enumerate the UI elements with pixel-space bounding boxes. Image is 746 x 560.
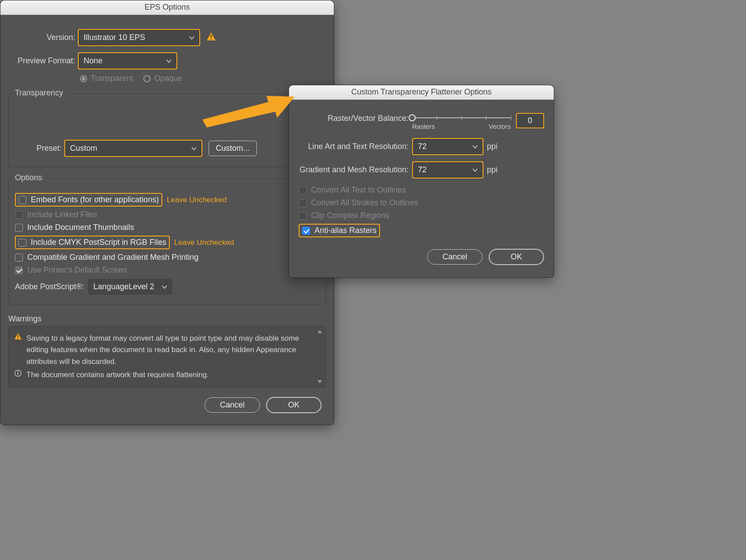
eps-title: EPS Options [144, 3, 190, 11]
opaque-radio: Opaque [143, 74, 182, 83]
eps-ok-button[interactable]: OK [266, 397, 322, 413]
cmyk-label: Include CMYK PostScript in RGB Files [31, 238, 166, 247]
mesh-label: Gradient and Mesh Resolution: [299, 165, 412, 175]
mesh-highlight: 72 [412, 161, 483, 178]
flattener-dialog: Custom Transparency Flattener Options Ra… [289, 85, 554, 278]
transparent-radio: Transparent [80, 74, 133, 83]
postscript-select[interactable]: LanguageLevel 2 [88, 279, 172, 295]
preview-format-select[interactable]: None [79, 53, 176, 69]
convert-strokes-checkbox [299, 199, 307, 207]
info-icon [14, 369, 22, 377]
balance-value-input[interactable]: 0 [517, 114, 543, 127]
flattener-cancel-button[interactable]: Cancel [427, 249, 483, 265]
svg-rect-0 [211, 35, 212, 38]
linked-files-checkbox [15, 211, 23, 219]
preview-select-highlight: None [78, 52, 177, 69]
compat-gradient-checkbox[interactable] [15, 254, 23, 262]
antialias-highlight: Anti-alias Rasters [299, 224, 380, 237]
eps-options-dialog: EPS Options Version: Illustrator 10 EPS … [0, 0, 334, 425]
lineart-unit: ppi [483, 142, 497, 151]
lineart-select[interactable]: 72 [413, 139, 483, 154]
flattener-ok-button[interactable]: OK [489, 249, 544, 265]
embed-fonts-highlight: Embed Fonts (for other applications) [15, 193, 162, 207]
svg-rect-3 [18, 338, 18, 339]
chevron-down-icon [191, 146, 197, 151]
doc-thumbnails-checkbox[interactable] [15, 224, 23, 232]
ok-label: OK [288, 400, 300, 410]
linked-files-label: Include Linked Files [27, 210, 97, 219]
radio-icon [143, 75, 150, 82]
balance-label: Raster/Vector Balance: [299, 113, 412, 123]
preset-select[interactable]: Custom [65, 141, 201, 156]
cmyk-annotation: Leave Unchecked [174, 238, 234, 247]
warnings-section: Warnings Saving to a legacy format may c… [8, 314, 326, 387]
svg-rect-6 [18, 371, 18, 372]
radio-icon [80, 75, 87, 82]
warnings-label: Warnings [8, 314, 326, 324]
svg-rect-2 [18, 335, 18, 338]
svg-rect-1 [211, 39, 212, 40]
vectors-label: Vectors [489, 123, 511, 130]
doc-thumbnails-label: Include Document Thumbnails [27, 223, 134, 232]
ok-label: OK [511, 252, 522, 262]
cancel-label: Cancel [220, 400, 245, 410]
preset-label: Preset: [15, 144, 64, 153]
transparency-legend: Transparency [12, 88, 66, 98]
postscript-value: LanguageLevel 2 [93, 282, 154, 291]
balance-value-highlight: 0 [516, 113, 544, 128]
version-select[interactable]: Illustrator 10 EPS [79, 30, 199, 45]
postscript-label: Adobe PostScript®: [15, 282, 88, 291]
custom-button[interactable]: Custom... [208, 141, 257, 156]
convert-text-label: Convert All Text to Outlines [311, 185, 406, 195]
lineart-highlight: 72 [412, 138, 483, 155]
scroll-indicator[interactable] [318, 330, 323, 383]
printer-default-checkbox [15, 266, 23, 274]
embed-fonts-annotation: Leave Unchecked [167, 196, 227, 204]
slider-thumb[interactable] [409, 114, 416, 121]
cmyk-highlight: Include CMYK PostScript in RGB Files [15, 236, 170, 249]
mesh-value: 72 [418, 165, 427, 175]
version-value: Illustrator 10 EPS [84, 33, 145, 42]
balance-value: 0 [528, 116, 532, 125]
balance-slider[interactable] [412, 117, 511, 118]
flattener-titlebar: Custom Transparency Flattener Options [289, 85, 554, 100]
transparent-label: Transparent [91, 74, 133, 83]
compat-gradient-label: Compatible Gradient and Gradient Mesh Pr… [27, 253, 198, 262]
preview-format-label: Preview Format: [8, 56, 78, 65]
transparency-group: Transparency Preset: Custom Custom... [8, 94, 326, 167]
preview-value: None [84, 56, 102, 65]
opaque-label: Opaque [154, 74, 182, 83]
embed-fonts-checkbox[interactable] [18, 196, 26, 204]
mesh-unit: ppi [483, 165, 497, 175]
lineart-label: Line Art and Text Resolution: [299, 142, 412, 151]
chevron-down-icon [472, 167, 478, 173]
embed-fonts-label: Embed Fonts (for other applications) [31, 195, 159, 204]
chevron-down-icon [166, 58, 172, 64]
chevron-down-icon [189, 35, 194, 40]
cancel-label: Cancel [442, 252, 467, 262]
warning-text-1: Saving to a legacy format may convert al… [26, 333, 299, 367]
preset-select-highlight: Custom [64, 140, 202, 157]
clip-regions-checkbox [299, 212, 307, 220]
preset-value: Custom [70, 144, 97, 153]
lineart-value: 72 [418, 142, 427, 151]
flattener-title: Custom Transparency Flattener Options [351, 87, 491, 96]
mesh-select[interactable]: 72 [413, 162, 483, 178]
eps-cancel-button[interactable]: Cancel [205, 397, 260, 413]
antialias-label: Anti-alias Rasters [314, 226, 377, 235]
version-label: Version: [8, 33, 78, 42]
warning-icon [206, 32, 216, 43]
cmyk-checkbox[interactable] [18, 239, 26, 247]
svg-rect-5 [18, 373, 18, 375]
chevron-down-icon [162, 284, 167, 290]
eps-titlebar: EPS Options [0, 0, 334, 15]
custom-button-label: Custom... [216, 144, 249, 153]
chevron-down-icon [472, 144, 478, 149]
options-group: Options Embed Fonts (for other applicati… [8, 178, 326, 305]
rasters-label: Rasters [412, 123, 435, 130]
antialias-checkbox[interactable] [302, 227, 310, 235]
version-select-highlight: Illustrator 10 EPS [78, 29, 200, 46]
warnings-list: Saving to a legacy format may convert al… [8, 326, 326, 387]
options-legend: Options [12, 173, 45, 182]
warning-icon [14, 333, 22, 340]
